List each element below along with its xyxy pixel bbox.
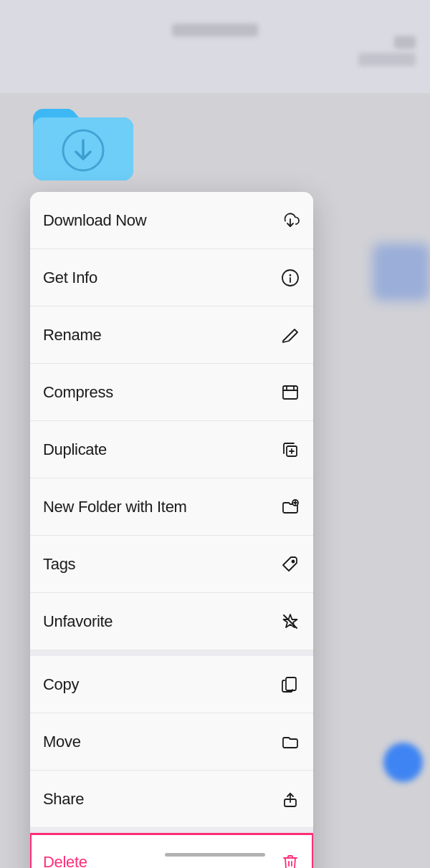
menu-item-unfavorite[interactable]: Unfavorite: [30, 593, 313, 650]
menu-item-download-now[interactable]: Download Now: [30, 192, 313, 249]
home-indicator: [165, 853, 265, 857]
context-menu: Download Now Get Info Rename: [30, 192, 313, 868]
menu-item-copy[interactable]: Copy: [30, 656, 313, 713]
bg-bottom-circle: [383, 743, 423, 782]
svg-point-15: [292, 560, 295, 562]
tag-icon: [280, 554, 300, 574]
nav-second-row-blur: [358, 53, 416, 66]
trash-icon: [280, 852, 300, 868]
menu-item-rename[interactable]: Rename: [30, 307, 313, 364]
menu-item-delete[interactable]: Delete: [30, 834, 313, 868]
info-circle-icon: [280, 268, 300, 288]
folder-new-icon: [280, 497, 300, 517]
bg-right-folder: [373, 243, 430, 301]
compress-icon: [280, 382, 300, 402]
menu-item-new-folder[interactable]: New Folder with Item: [30, 478, 313, 536]
nav-right-blur: [394, 36, 416, 49]
folder-icon-container: [30, 99, 136, 186]
menu-item-duplicate[interactable]: Duplicate: [30, 421, 313, 478]
nav-title-blur: [172, 24, 258, 37]
pencil-icon: [280, 325, 300, 345]
menu-item-tags[interactable]: Tags: [30, 536, 313, 593]
cloud-download-icon: [280, 211, 300, 231]
downloads-folder-icon: [30, 99, 136, 183]
menu-item-share[interactable]: Share: [30, 771, 313, 828]
menu-separator-1: [30, 650, 313, 656]
folder-icon: [280, 732, 300, 752]
share-icon: [280, 789, 300, 809]
copy-icon: [280, 675, 300, 695]
menu-item-get-info[interactable]: Get Info: [30, 249, 313, 307]
menu-item-move[interactable]: Move: [30, 713, 313, 771]
menu-item-compress[interactable]: Compress: [30, 364, 313, 421]
svg-rect-5: [283, 386, 297, 399]
menu-separator-2: [30, 828, 313, 834]
star-slash-icon: [280, 612, 300, 632]
duplicate-icon: [280, 440, 300, 460]
